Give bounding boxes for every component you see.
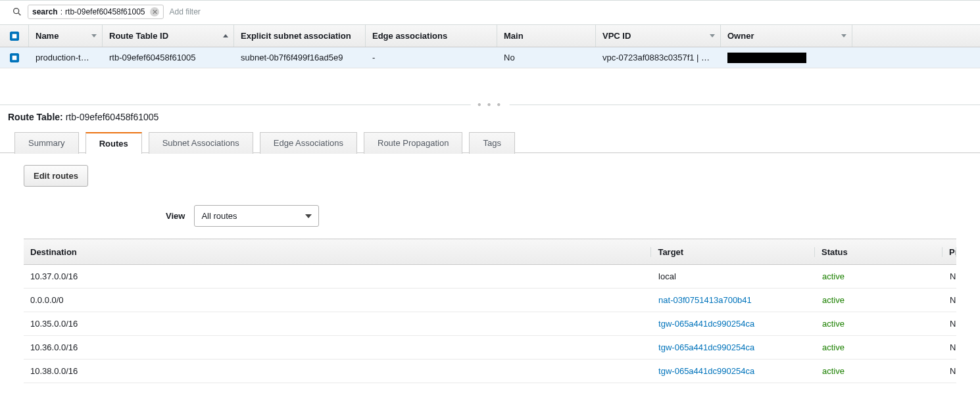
svg-rect-3 [12,55,16,60]
view-select-value: All routes [201,211,237,221]
filter-tag-key: search [32,7,58,16]
search-icon [12,7,22,17]
route-status: active [816,295,943,305]
col-header-owner[interactable]: Owner [721,25,852,47]
route-propagated: No [943,295,956,305]
route-propagated: No [943,271,956,281]
chevron-down-icon [305,214,312,218]
route-destination: 10.38.0.0/16 [24,366,652,376]
row-route-table-id: rtb-09efef60458f61005 [103,47,234,68]
row-name: production-t… [29,47,103,68]
row-owner [721,47,852,68]
route-destination: 10.36.0.0/16 [24,342,652,352]
routes-row[interactable]: 10.37.0.0/16localactiveNo [24,265,956,289]
tab-routes[interactable]: Routes [86,132,142,154]
route-propagated: No [943,366,956,376]
select-all-checkbox[interactable] [10,32,19,41]
col-header-propagated[interactable]: Propagated [943,247,956,257]
route-target-link[interactable]: tgw-065a441dc990254ca [652,366,816,376]
col-header-route-table-id[interactable]: Route Table ID [103,25,234,47]
detail-panel-title: Route Table: rtb-09efef60458f61005 [0,105,980,131]
tab-summary[interactable]: Summary [14,132,79,154]
route-tables-grid-header: Name Route Table ID Explicit subnet asso… [0,25,980,47]
route-target-link[interactable]: nat-03f0751413a700b41 [652,295,816,305]
filter-tag-sep: : [61,7,62,16]
select-all-cell[interactable] [0,25,29,47]
col-header-target[interactable]: Target [651,247,815,257]
edit-routes-button[interactable]: Edit routes [24,165,88,187]
svg-line-1 [18,13,20,15]
route-destination: 10.35.0.0/16 [24,319,652,329]
detail-body: Edit routes View All routes Destination … [0,153,980,395]
owner-redacted [727,53,806,63]
col-header-status[interactable]: Status [815,247,943,257]
filter-tag-value: rtb-09efef60458f61005 [65,7,145,16]
routes-table: Destination Target Status Propagated 10.… [24,239,956,383]
tab-edge-associations[interactable]: Edge Associations [260,132,357,154]
svg-point-0 [14,9,19,14]
route-destination: 0.0.0.0/0 [24,295,652,305]
view-selector-row: View All routes [166,205,956,227]
chevron-down-icon [91,34,97,37]
tab-route-propagation[interactable]: Route Propagation [364,132,462,154]
view-label: View [166,211,185,221]
col-header-main[interactable]: Main [497,25,596,47]
svg-rect-2 [12,34,16,38]
route-target-link[interactable]: tgw-065a441dc990254ca [652,319,816,329]
route-target-link[interactable]: tgw-065a441dc990254ca [652,342,816,352]
row-checkbox[interactable] [10,53,19,62]
panel-splitter[interactable]: ● ● ● [0,105,980,105]
chevron-down-icon [710,34,715,37]
route-propagated: No [943,319,956,329]
row-edge: - [366,47,497,68]
routes-row[interactable]: 0.0.0.0/0nat-03f0751413a700b41activeNo [24,289,956,312]
route-status: active [816,366,943,376]
col-header-name[interactable]: Name [29,25,103,47]
route-target: local [652,271,816,281]
row-select-cell[interactable] [0,47,29,68]
col-header-edge-assoc[interactable]: Edge associations [366,25,497,47]
routes-row[interactable]: 10.36.0.0/16tgw-065a441dc990254caactiveN… [24,336,956,360]
col-header-vpc-id[interactable]: VPC ID [596,25,721,47]
tab-subnet-associations[interactable]: Subnet Associations [149,132,253,154]
row-vpc-link[interactable]: vpc-0723af0883c0357f1 | … [596,47,721,68]
row-main: No [497,47,596,68]
table-row[interactable]: production-t… rtb-09efef60458f61005 subn… [0,47,980,68]
route-status: active [816,271,943,281]
row-subnet: subnet-0b7f6f499f16ad5e9 [234,47,366,68]
detail-title-id: rtb-09efef60458f61005 [66,112,159,122]
route-propagated: No [943,342,956,352]
col-header-subnet-assoc[interactable]: Explicit subnet association [234,25,366,47]
routes-table-header: Destination Target Status Propagated [24,239,956,265]
route-destination: 10.37.0.0/16 [24,271,652,281]
remove-filter-icon[interactable]: ✕ [150,7,159,16]
chevron-down-icon [841,34,846,37]
filter-bar: search : rtb-09efef60458f61005 ✕ Add fil… [0,0,980,25]
route-status: active [816,319,943,329]
routes-row[interactable]: 10.35.0.0/16tgw-065a441dc990254caactiveN… [24,312,956,336]
sort-asc-icon [223,34,228,37]
drag-handle-icon[interactable]: ● ● ● [471,101,510,108]
route-status: active [816,342,943,352]
col-header-destination[interactable]: Destination [24,247,651,257]
add-filter-input[interactable]: Add filter [169,7,200,16]
routes-row[interactable]: 10.38.0.0/16tgw-065a441dc990254caactiveN… [24,360,956,383]
filter-tag[interactable]: search : rtb-09efef60458f61005 ✕ [28,5,164,19]
tab-tags[interactable]: Tags [469,132,514,154]
view-select[interactable]: All routes [194,205,319,227]
detail-title-label: Route Table: [8,112,63,122]
detail-tabs: Summary Routes Subnet Associations Edge … [0,131,980,153]
